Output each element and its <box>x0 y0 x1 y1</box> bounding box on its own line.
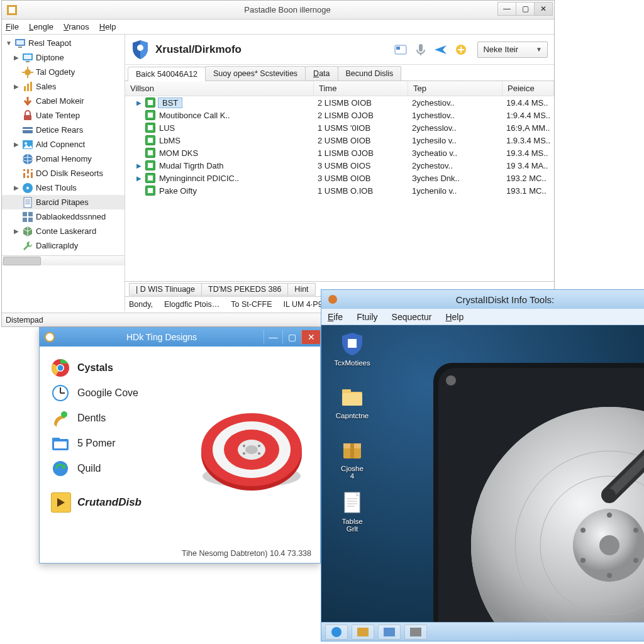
menu-help[interactable]: Help <box>99 22 116 31</box>
row-tep: 1ychesilo v.. <box>408 136 502 145</box>
row-icon <box>145 186 155 196</box>
minimize-button[interactable]: — <box>264 330 282 344</box>
svg-rect-38 <box>23 218 27 222</box>
app-item[interactable]: Cystals <box>51 355 309 380</box>
tree-item[interactable]: Tal Ogdety <box>2 65 125 79</box>
svg-point-104 <box>603 489 616 501</box>
selector-combobox[interactable]: Neke Iteir ▼ <box>477 42 548 58</box>
column-header[interactable]: Villson <box>125 81 314 96</box>
sheet-icon <box>22 197 33 208</box>
titlebar[interactable]: Pastadle Boon illernoge — ▢ ✕ <box>2 1 554 19</box>
tree-item[interactable]: Cabel Mokeir <box>2 94 125 108</box>
menu-ftuily[interactable]: Ftuily <box>357 312 377 322</box>
hdk-window: HDk Ting Designs — ▢ ✕ CystalsGoogile Co… <box>39 327 321 564</box>
tree-item[interactable]: Dablaokeddssnned <box>2 209 125 224</box>
start-button[interactable] <box>325 625 348 640</box>
svg-rect-111 <box>357 628 369 636</box>
bar-icon <box>22 81 33 92</box>
svg-rect-75 <box>342 389 351 393</box>
desktop-icon[interactable]: Capntctne <box>330 384 374 419</box>
tree-item[interactable]: ▶Sales <box>2 79 125 94</box>
row-name: Мyninginncit PDICIC.. <box>158 174 240 183</box>
svg-point-87 <box>446 375 456 386</box>
arrow-right-icon[interactable] <box>51 492 71 513</box>
tab[interactable]: Data <box>305 66 338 80</box>
maximize-button[interactable]: ▢ <box>282 330 301 344</box>
svg-rect-4 <box>18 47 22 48</box>
table-row[interactable]: LUS1 USMS '0IOB2ychesslov..16:9,A MM.. <box>125 121 554 134</box>
menu-sequectur[interactable]: Sequectur <box>392 312 432 322</box>
svg-rect-29 <box>30 170 33 172</box>
tree-item-label: Conte Laskerard <box>36 226 96 236</box>
sidebar-tree[interactable]: ▼ Resl Teapot ▶DiptoneTal Ogdety▶SalesCa… <box>2 35 125 311</box>
close-button[interactable]: ✕ <box>534 2 553 16</box>
svg-point-67 <box>245 445 258 454</box>
desktop-icon[interactable]: TcxMotiees <box>330 331 374 367</box>
diskinfo-window: Pastadle Boon illernoge — ▢ ✕ File Lengl… <box>1 0 555 327</box>
taskbar-item[interactable] <box>352 625 374 640</box>
tree-item[interactable]: Dallicrapldy <box>2 238 125 253</box>
row-name: LUS <box>158 123 176 133</box>
tree-item-label: Dallicrapldy <box>36 241 78 250</box>
tree-item[interactable]: ▶Ald Copnenct <box>2 137 125 152</box>
column-header[interactable]: Tep <box>408 81 502 96</box>
titlebar[interactable]: CrystalIDiskt Info Tools: <box>321 290 644 309</box>
list-body[interactable]: ▶BST2 LISMB OIOB2ychestiov..19.4.4 MS..M… <box>125 96 554 281</box>
menu-help[interactable]: Help <box>445 312 464 322</box>
tree-item-label: Nest Tlouls <box>36 183 77 192</box>
menu-vranos[interactable]: Vranos <box>64 22 89 31</box>
close-button[interactable]: ✕ <box>301 330 320 344</box>
window-title: CrystalIDiskt Info Tools: <box>344 294 644 305</box>
desktop-area[interactable]: TcxMotieesCapntctneCjoshe4TablseGrlt <box>321 325 644 622</box>
titlebar[interactable]: HDk Ting Designs — ▢ ✕ <box>40 328 320 347</box>
menu-eife[interactable]: Eife <box>328 312 343 322</box>
tree-item[interactable]: ▶Nest Tlouls <box>2 180 125 195</box>
toolbar-mic-icon[interactable] <box>413 42 429 58</box>
table-row[interactable]: ▶Мudal Tigrth Dath3 USMB OIOS2ychestov..… <box>125 159 554 172</box>
table-row[interactable]: MOM DKS1 LISMB OJOB3ycheatio v..19.3.4 M… <box>125 147 554 159</box>
desktop-icon[interactable]: TablseGrlt <box>330 490 374 533</box>
tree-item[interactable]: Uate Tentep <box>2 108 125 123</box>
table-row[interactable]: Moutibonce Call K..2 LISMB OJOB1ychestlo… <box>125 109 554 121</box>
minimize-button[interactable]: — <box>497 2 516 16</box>
tab[interactable]: Suoy opees* Scstevities <box>205 66 306 80</box>
menu-file[interactable]: File <box>6 22 19 31</box>
menu-lengle[interactable]: Lengle <box>29 22 53 31</box>
lower-tab[interactable]: Hint <box>287 283 315 296</box>
svg-rect-76 <box>342 393 362 406</box>
svg-rect-27 <box>23 171 26 173</box>
toolbar-add-icon[interactable] <box>453 42 469 58</box>
toolbar-send-icon[interactable] <box>433 42 449 58</box>
row-pe: 193.2 MC.. <box>502 174 554 183</box>
tree-item[interactable]: ▶Conte Laskerard <box>2 224 125 238</box>
taskbar[interactable] <box>321 622 644 641</box>
column-header[interactable]: Time <box>314 81 408 96</box>
tree-item[interactable]: Detice Rears <box>2 123 125 137</box>
column-header[interactable]: Peieice <box>502 81 554 96</box>
tree-scrollbar[interactable] <box>2 255 125 265</box>
cube-icon <box>22 226 33 237</box>
svg-rect-59 <box>54 441 67 448</box>
maximize-button[interactable]: ▢ <box>516 2 535 16</box>
svg-point-97 <box>633 558 638 563</box>
desktop-icon-label: Cjoshe4 <box>330 465 374 480</box>
table-row[interactable]: ▶BST2 LISMB OIOB2ychestiov..19.4.4 MS.. <box>125 96 554 109</box>
tree-item[interactable]: ▶Diptone <box>2 50 125 65</box>
table-row[interactable]: LbMS2 USMB OIOB1ychesilo v..1.9.3.4 MS.. <box>125 134 554 147</box>
tree-item[interactable]: Barcid Pitapes <box>2 195 125 209</box>
table-row[interactable]: ▶Мyninginncit PDICIC..3 USMB OIOBЗyches … <box>125 172 554 184</box>
tab[interactable]: Becund Dislis <box>338 66 402 80</box>
toolbar-card-icon[interactable] <box>392 42 409 58</box>
table-row[interactable]: Pake Oifty1 USMB O.IOB1ychenilo v..193.1… <box>125 184 554 197</box>
tab[interactable]: Baick 540046A12 <box>128 67 206 81</box>
taskbar-item[interactable] <box>378 625 401 640</box>
tree-item[interactable]: DO Dislk Reseorts <box>2 166 125 180</box>
desktop-icon[interactable]: Cjoshe4 <box>330 437 374 480</box>
row-name: Pake Oifty <box>158 186 198 196</box>
taskbar-item[interactable] <box>404 625 427 640</box>
tree-root[interactable]: ▼ Resl Teapot <box>2 36 125 50</box>
tree-item[interactable]: Pomal Henomy <box>2 152 125 166</box>
svg-rect-113 <box>410 628 421 636</box>
lower-tab[interactable]: | D WIS Tlinuage <box>129 283 202 296</box>
lower-tab[interactable]: TD'MS PEKEDS 386 <box>201 283 288 296</box>
